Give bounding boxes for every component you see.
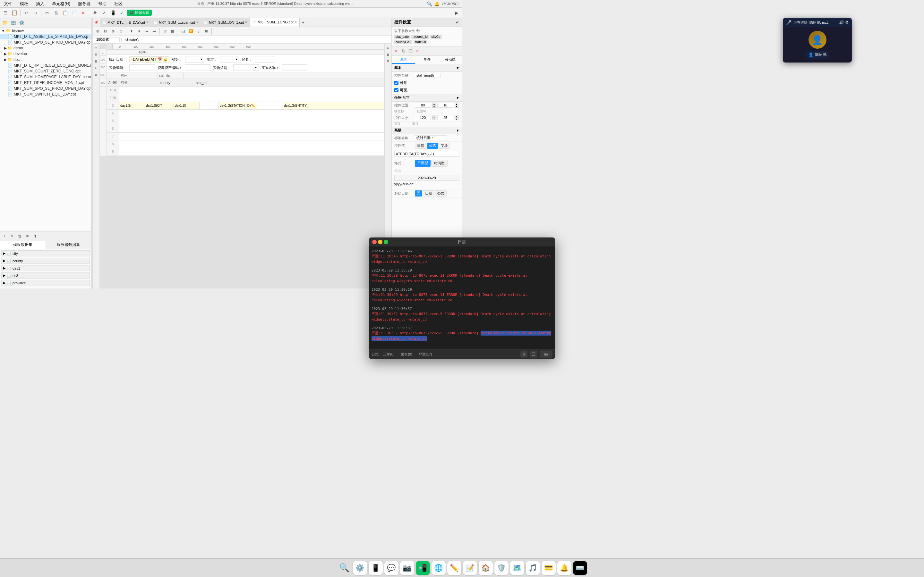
resource-code-input[interactable] xyxy=(186,66,209,69)
tab-mkt-dtl[interactable]: 📄 MKT_DTL_...E_DAY.cpt × xyxy=(100,18,151,27)
copy-icon[interactable]: ⎘ xyxy=(52,9,60,17)
server-dataset-tab[interactable]: 服务器数据集 xyxy=(46,241,91,249)
right-tab-event[interactable]: 事件 xyxy=(415,56,439,64)
left-toolbar-btn-5[interactable]: ⊠ xyxy=(94,72,99,77)
search-icon[interactable]: 🔍 xyxy=(427,1,432,6)
city-input[interactable] xyxy=(222,57,235,61)
tab-close-1[interactable]: × xyxy=(146,21,148,24)
col-btn[interactable]: ⊠ xyxy=(110,28,116,35)
notification-icon[interactable]: 🔔 xyxy=(434,1,439,6)
stat-date-formula[interactable]: =DATEDELTA(T xyxy=(131,57,156,61)
visible-checkbox[interactable] xyxy=(394,88,399,92)
tab-mkt-sum-on[interactable]: 📄 MKT_SUM...ON_1.cpt × xyxy=(201,18,250,27)
tree-file-2[interactable]: 📄 MKT_SUM_SPO_SL_PROD_OPEN_DAY.cp xyxy=(0,39,91,45)
tab-mkt-sum-long[interactable]: 📄 MKT_SUM...LONG.cpt × xyxy=(250,18,300,27)
new-tab-btn[interactable]: + xyxy=(300,19,307,26)
delete-icon[interactable]: ✕ xyxy=(79,9,87,17)
tree-root[interactable]: ▼ 📁 bishow xyxy=(0,28,91,34)
merge-btn[interactable]: ⊡ xyxy=(117,28,124,35)
right-strip-btn-2[interactable]: ▦ xyxy=(385,52,391,57)
coord-section-header[interactable]: 坐标·尺寸 ▼ xyxy=(392,94,462,102)
menu-item-template[interactable]: 模板 xyxy=(19,0,29,7)
filter-btn[interactable]: 🔽 xyxy=(187,28,194,35)
right-panel-close-icon[interactable]: ✓ xyxy=(456,19,459,25)
check-icon[interactable]: ✓ xyxy=(118,9,126,17)
redo-icon[interactable]: ↪ xyxy=(31,9,39,17)
entity-type-dropdown-icon[interactable]: ▼ xyxy=(254,66,257,69)
menu-item-community[interactable]: 社区 xyxy=(113,0,124,7)
tree-file-6[interactable]: 📄 MKT_RPT_OPER_INCOME_MON_1.cpt xyxy=(0,80,91,85)
left-toolbar-btn-2[interactable]: ⊞ xyxy=(94,52,99,57)
lock-icon[interactable]: 🔒 xyxy=(163,57,168,61)
tree-folder-demo[interactable]: ▶ 📁 demo xyxy=(0,45,91,51)
right-panel-delete-icon[interactable]: ✕ xyxy=(414,48,421,54)
sidebar-icon-2[interactable]: 🏢 xyxy=(10,19,17,26)
date-format-btn[interactable]: 日期型 xyxy=(415,160,431,167)
province-input[interactable] xyxy=(187,57,200,61)
cell-3-d[interactable] xyxy=(200,102,219,109)
county-input[interactable] xyxy=(257,57,273,61)
col-left-btn[interactable]: ⬅ xyxy=(143,28,150,35)
tag-name-input[interactable] xyxy=(415,135,447,140)
tree-file-3[interactable]: 📄 MKT_DTL_RPT_RECEI_ECO_BEN_MON1.cpt xyxy=(0,63,91,68)
cell-reference-input[interactable] xyxy=(94,37,120,42)
chart-btn[interactable]: 📊 xyxy=(180,28,187,35)
cut-icon[interactable]: ✂ xyxy=(43,9,51,17)
entity-type-input[interactable] xyxy=(235,66,254,69)
log-content[interactable]: 2023-03-29 11:28:46 严重:11:28:46 http-nio… xyxy=(369,247,462,288)
preview-icon[interactable]: 👁 xyxy=(91,9,99,17)
y-position-input[interactable] xyxy=(437,103,453,108)
calendar-icon[interactable]: 📅 xyxy=(158,57,162,61)
start-date-none-btn[interactable]: 无 xyxy=(415,190,422,197)
formula-value-input[interactable] xyxy=(394,151,459,157)
tab-close-3[interactable]: × xyxy=(245,21,247,24)
add-dataset-btn[interactable]: + xyxy=(1,233,8,239)
cell-3-e[interactable]: ✏️ day1.G(STATION_ID) xyxy=(219,102,257,109)
edit-dataset-btn[interactable]: ✎ xyxy=(9,233,15,239)
sidebar-toggle-icon[interactable]: ☰ xyxy=(1,9,10,17)
template-dataset-tab[interactable]: 模板数据集 xyxy=(0,241,46,249)
expand-icon[interactable]: ▶ xyxy=(452,9,461,17)
value-formula-tab[interactable]: 公式 xyxy=(427,143,438,149)
format-paste-icon[interactable]: 📄 xyxy=(70,9,78,17)
preview-dataset-btn[interactable]: 👁 xyxy=(24,233,31,239)
mobile-icon[interactable]: 📱 xyxy=(109,9,117,17)
formula-input[interactable] xyxy=(123,38,390,42)
menu-item-file[interactable]: 文件 xyxy=(3,0,13,7)
right-panel-x-icon[interactable]: ✕ xyxy=(393,48,399,54)
menu-item-insert[interactable]: 插入 xyxy=(35,0,45,7)
entity-code-input[interactable] xyxy=(131,66,153,69)
paste-icon[interactable]: 📋 xyxy=(61,9,69,17)
cell-3-b[interactable]: day1.S(CIT xyxy=(145,102,174,109)
time-format-btn[interactable]: 时间型 xyxy=(431,160,447,167)
entity-name-input[interactable] xyxy=(283,66,306,69)
start-date-date-btn[interactable]: 日期 xyxy=(423,190,435,197)
tencent-meeting-btn[interactable]: 📹 腾讯会议 xyxy=(127,10,152,16)
right-panel-copy-icon[interactable]: ⎘ xyxy=(400,48,407,54)
cell-3-c[interactable]: day1.S( xyxy=(174,102,200,109)
left-toolbar-btn-3[interactable]: ▦ xyxy=(94,58,99,64)
tab-mkt-sum-scan[interactable]: 📄 MKT_SUM_...:scan.cpt × xyxy=(151,18,201,27)
insert-row-btn[interactable]: ⬆ xyxy=(128,28,135,35)
tab-close-2[interactable]: × xyxy=(196,21,198,24)
left-toolbar-btn-1[interactable]: ≡ xyxy=(94,45,99,51)
w-up-btn[interactable]: ▲ xyxy=(432,115,436,118)
report-icon[interactable]: 📋 xyxy=(10,9,19,17)
right-panel-paste-icon[interactable]: 📋 xyxy=(407,48,414,54)
w-down-btn[interactable]: ▼ xyxy=(432,118,436,120)
dataset-group-ds3[interactable]: ▶ 📊 ds3 xyxy=(1,272,90,279)
tree-folder-develop[interactable]: ▶ 📁 develop xyxy=(0,51,91,57)
right-strip-btn-3[interactable]: ⊠ xyxy=(385,58,391,64)
advanced-section-header[interactable]: 高级 ▼ xyxy=(392,127,462,134)
log-close-btn[interactable] xyxy=(372,240,376,244)
tab-close-4[interactable]: × xyxy=(295,21,297,24)
control-name-input[interactable] xyxy=(415,73,441,78)
city-dropdown-icon[interactable]: ▼ xyxy=(235,58,238,61)
border-type-btn[interactable]: ▦ xyxy=(169,28,176,35)
delete-dataset-btn[interactable]: 🗑 xyxy=(17,233,23,239)
undo-icon[interactable]: ↩ xyxy=(22,9,31,17)
right-strip-btn-1[interactable]: ⊞ xyxy=(385,45,391,51)
height-input[interactable] xyxy=(437,115,453,120)
report-viewport[interactable]: 0 100 200 300 400 500 600 700 800 xyxy=(100,44,384,288)
log-expand-btn[interactable] xyxy=(384,240,388,244)
